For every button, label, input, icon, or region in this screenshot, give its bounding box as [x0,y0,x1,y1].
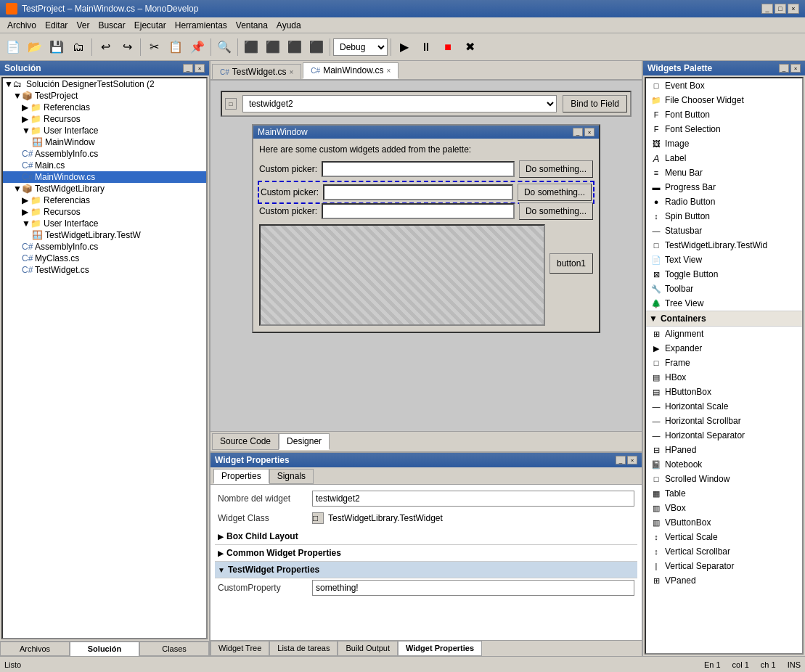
menu-editar[interactable]: Editar [41,19,72,32]
undo-button[interactable]: ↩ [95,37,115,57]
stop-btn-x[interactable]: ✖ [459,37,480,57]
tab-solucion[interactable]: Solución [70,642,139,656]
palette-panel-min-btn[interactable]: _ [779,64,789,73]
tab-build-output[interactable]: Build Output [338,641,398,656]
open-button[interactable]: 📂 [25,37,45,57]
tb-btn-5[interactable]: ⬛ [241,37,261,57]
tab-widget-tree[interactable]: Widget Tree [211,641,269,656]
twl-arrow[interactable]: ▼ [13,184,22,194]
mock-row-2[interactable]: Custom picker: Do something... [258,181,594,204]
props-panel-close-btn[interactable]: × [627,456,637,464]
palette-spin-button[interactable]: ↕ Spin Button [646,209,802,224]
tree-mainwindow-cs[interactable]: C# MainWindow.cs [3,171,206,183]
palette-text-view[interactable]: 📄 Text View [646,253,802,267]
palette-menu-bar[interactable]: ≡ Menu Bar [646,165,802,180]
tree-mainwindow[interactable]: 🪟 MainWindow [3,136,206,148]
palette-vertical-scrollbar[interactable]: ↕ Vertical Scrollbar [646,544,802,559]
tree-twl-widget[interactable]: 🪟 TestWidgetLibrary.TestW [3,229,206,241]
palette-vertical-scale[interactable]: ↕ Vertical Scale [646,530,802,544]
palette-event-box[interactable]: □ Event Box [646,78,802,93]
mock-min-btn[interactable]: _ [573,128,583,136]
palette-horizontal-scale[interactable]: — Horizontal Scale [646,399,802,414]
palette-table[interactable]: ▦ Table [646,486,802,501]
solution-panel-min-btn[interactable]: _ [183,64,193,73]
tree-myclass[interactable]: C# MyClass.cs [3,253,206,264]
menu-archivo[interactable]: Archivo [3,19,41,32]
pause-button[interactable]: ⏸ [416,37,436,57]
recursos2-arrow[interactable]: ▶ [22,207,30,217]
section-box-child-layout[interactable]: ▶ Box Child Layout [215,528,637,545]
mock-tb-controls[interactable]: _ × [573,128,594,136]
tab-properties[interactable]: Properties [213,469,269,484]
tree-referencias-2[interactable]: ▶ 📁 Referencias [3,194,206,206]
palette-frame[interactable]: □ Frame [646,356,802,370]
tab-signals[interactable]: Signals [269,469,314,484]
tab-testwidget-close[interactable]: × [290,68,294,76]
menu-buscar[interactable]: Buscar [94,19,129,32]
search-button[interactable]: 🔍 [214,37,234,57]
testproject-arrow[interactable]: ▼ [13,91,22,101]
palette-image[interactable]: 🖼 Image [646,136,802,151]
tab-designer[interactable]: Designer [279,433,330,450]
mock-input-2[interactable] [323,184,513,200]
widget-type-combo[interactable]: testwidget2 [242,95,557,112]
tb-btn-7[interactable]: ⬛ [285,37,305,57]
palette-testwidgetlibrary[interactable]: □ TestWidgetLibrary.TestWid [646,238,802,253]
cut-button[interactable]: ✂ [144,37,164,57]
tree-referencias-1[interactable]: ▶ 📁 Referencias [3,102,206,113]
palette-notebook[interactable]: 📓 Notebook [646,457,802,472]
debug-combo[interactable]: Debug Release [333,38,388,56]
tree-solution[interactable]: ▼ 🗂 Solución DesignerTestSolution (2 [3,78,206,90]
palette-label[interactable]: A Label [646,151,802,165]
maximize-button[interactable]: □ [775,4,786,14]
title-bar-controls[interactable]: _ □ × [761,4,799,14]
minimize-button[interactable]: _ [761,4,773,14]
menu-herramientas[interactable]: Herramientas [171,19,232,32]
tree-recursos-2[interactable]: ▶ 📁 Recursos [3,206,206,218]
palette-toolbar[interactable]: 🔧 Toolbar [646,282,802,296]
mock-button1[interactable]: button1 [549,253,593,274]
palette-font-selection[interactable]: F Font Selection [646,122,802,136]
menu-ayuda[interactable]: Ayuda [272,19,306,32]
palette-font-button[interactable]: F Font Button [646,107,802,122]
palette-vpaned[interactable]: ⊞ VPaned [646,573,802,588]
palette-scrolled-window[interactable]: □ Scrolled Window [646,472,802,486]
tree-testproject[interactable]: ▼ 📦 TestProject [3,90,206,102]
solution-arrow[interactable]: ▼ [4,79,13,89]
menu-ver[interactable]: Ver [72,19,94,32]
tree-ui-2[interactable]: ▼ 📁 User Interface [3,218,206,229]
tree-ui-1[interactable]: ▼ 📁 User Interface [3,125,206,136]
mock-input-3[interactable] [322,203,515,219]
tb-btn-6[interactable]: ⬛ [263,37,283,57]
tab-mainwindow-close[interactable]: × [387,67,391,75]
tab-widget-properties-bottom[interactable]: Widget Properties [398,641,482,656]
ui2-arrow[interactable]: ▼ [22,218,30,229]
tree-recursos-1[interactable]: ▶ 📁 Recursos [3,113,206,125]
palette-tree-view[interactable]: 🌲 Tree View [646,296,802,311]
stop-button[interactable]: ■ [438,37,458,57]
tab-source-code[interactable]: Source Code [212,433,279,450]
tree-testwidget[interactable]: C# TestWidget.cs [3,264,206,276]
menu-ventana[interactable]: Ventana [232,19,272,32]
palette-panel-close-btn[interactable]: × [790,64,801,73]
palette-progress-bar[interactable]: ▬ Progress Bar [646,180,802,194]
palette-vbuttonbox[interactable]: ▥ VButtonBox [646,515,802,530]
palette-file-chooser[interactable]: 📁 File Chooser Widget [646,93,802,107]
tab-mainwindow-cs[interactable]: C# MainWindow.cs × [303,62,399,79]
paste-button[interactable]: 📌 [187,37,208,57]
palette-statusbar[interactable]: — Statusbar [646,224,802,238]
palette-toggle-button[interactable]: ⊠ Toggle Button [646,267,802,282]
mock-input-1[interactable] [322,161,515,177]
run-button[interactable]: ▶ [394,37,414,57]
palette-hbox[interactable]: ▤ HBox [646,370,802,385]
ui1-arrow[interactable]: ▼ [22,126,30,136]
save-button[interactable]: 💾 [46,37,67,57]
menu-ejecutar[interactable]: Ejecutar [130,19,171,32]
tree-testwidgetlibrary[interactable]: ▼ 📦 TestWidgetLibrary [3,183,206,194]
tab-lista-de-tareas[interactable]: Lista de tareas [269,641,338,656]
new-button[interactable]: 📄 [3,37,23,57]
mock-close-btn[interactable]: × [584,128,594,136]
palette-containers-section[interactable]: ▼ Containers [646,311,802,327]
props-panel-min-btn[interactable]: _ [616,456,626,464]
palette-hbuttonbox[interactable]: ▤ HButtonBox [646,385,802,399]
